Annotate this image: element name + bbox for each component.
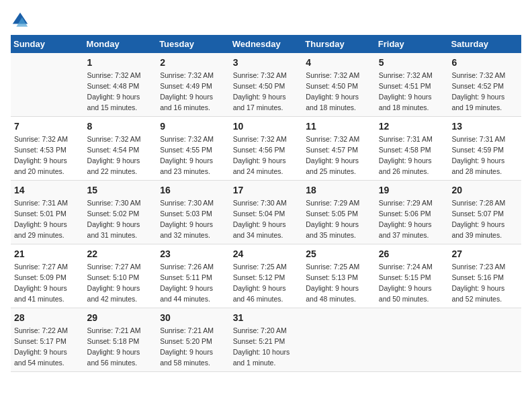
calendar-cell-w1-d2: 1Sunrise: 7:32 AMSunset: 4:48 PMDaylight…: [84, 53, 157, 117]
daylight-info: Daylight: 9 hours and 42 minutes.: [87, 284, 140, 303]
daylight-info: Daylight: 9 hours and 16 minutes.: [160, 93, 213, 111]
sunrise-info: Sunrise: 7:32 AM: [160, 135, 214, 143]
day-number: 31: [233, 311, 300, 324]
week-row-2: 7Sunrise: 7:32 AMSunset: 4:53 PMDaylight…: [11, 117, 521, 181]
sunset-info: Sunset: 5:20 PM: [160, 337, 212, 345]
day-number: 22: [87, 247, 154, 261]
sunset-info: Sunset: 4:50 PM: [233, 82, 285, 90]
calendar-cell-w5-d7: [448, 308, 521, 372]
calendar-cell-w2-d5: 11Sunrise: 7:32 AMSunset: 4:57 PMDayligh…: [302, 117, 375, 181]
sunset-info: Sunset: 4:58 PM: [379, 146, 431, 154]
sunset-info: Sunset: 5:07 PM: [451, 210, 504, 218]
day-number: 9: [160, 120, 226, 133]
sunrise-info: Sunrise: 7:23 AM: [451, 263, 505, 271]
sunrise-info: Sunrise: 7:29 AM: [306, 199, 359, 207]
sunset-info: Sunset: 4:54 PM: [87, 146, 140, 154]
weekday-header-saturday: Saturday: [448, 35, 521, 53]
calendar-cell-w5-d2: 29Sunrise: 7:21 AMSunset: 5:18 PMDayligh…: [84, 308, 157, 372]
sunset-info: Sunset: 5:03 PM: [160, 210, 212, 218]
day-number: 24: [233, 247, 300, 261]
calendar-cell-w3-d2: 15Sunrise: 7:30 AMSunset: 5:02 PMDayligh…: [84, 181, 157, 244]
daylight-info: Daylight: 9 hours and 32 minutes.: [160, 220, 213, 239]
sunrise-info: Sunrise: 7:32 AM: [87, 135, 141, 143]
weekday-header-wednesday: Wednesday: [230, 35, 303, 53]
day-number: 5: [379, 56, 445, 69]
daylight-info: Daylight: 9 hours and 58 minutes.: [160, 348, 213, 367]
day-number: 27: [451, 247, 518, 261]
sunrise-info: Sunrise: 7:32 AM: [87, 71, 141, 79]
calendar-cell-w1-d4: 3Sunrise: 7:32 AMSunset: 4:50 PMDaylight…: [230, 53, 303, 117]
sunset-info: Sunset: 5:10 PM: [87, 273, 140, 281]
weekday-header-friday: Friday: [375, 35, 449, 53]
calendar-cell-w5-d1: 28Sunrise: 7:22 AMSunset: 5:17 PMDayligh…: [11, 308, 84, 372]
sunset-info: Sunset: 4:52 PM: [451, 82, 504, 90]
week-row-5: 28Sunrise: 7:22 AMSunset: 5:17 PMDayligh…: [11, 308, 521, 372]
daylight-info: Daylight: 9 hours and 18 minutes.: [306, 93, 359, 111]
sunrise-info: Sunrise: 7:29 AM: [379, 199, 433, 207]
sunrise-info: Sunrise: 7:20 AM: [233, 326, 287, 334]
sunset-info: Sunset: 5:04 PM: [233, 210, 285, 218]
daylight-info: Daylight: 10 hours and 1 minute.: [233, 348, 290, 367]
calendar-cell-w2-d6: 12Sunrise: 7:31 AMSunset: 4:58 PMDayligh…: [375, 117, 449, 181]
day-number: 18: [306, 183, 372, 197]
sunrise-info: Sunrise: 7:32 AM: [379, 71, 433, 79]
daylight-info: Daylight: 9 hours and 25 minutes.: [306, 156, 359, 175]
daylight-info: Daylight: 9 hours and 31 minutes.: [87, 220, 140, 239]
logo: [11, 11, 32, 30]
day-number: 29: [87, 311, 154, 324]
day-number: 2: [160, 56, 226, 69]
daylight-info: Daylight: 9 hours and 22 minutes.: [87, 156, 140, 175]
sunrise-info: Sunrise: 7:32 AM: [160, 71, 214, 79]
day-number: 16: [160, 183, 226, 197]
day-number: 1: [87, 56, 154, 69]
sunrise-info: Sunrise: 7:32 AM: [233, 135, 287, 143]
calendar-cell-w4-d5: 25Sunrise: 7:25 AMSunset: 5:13 PMDayligh…: [302, 244, 375, 308]
sunrise-info: Sunrise: 7:31 AM: [14, 199, 68, 207]
daylight-info: Daylight: 9 hours and 17 minutes.: [233, 93, 286, 111]
daylight-info: Daylight: 9 hours and 34 minutes.: [233, 220, 286, 239]
calendar-cell-w4-d3: 23Sunrise: 7:26 AMSunset: 5:11 PMDayligh…: [157, 244, 230, 308]
daylight-info: Daylight: 9 hours and 39 minutes.: [451, 220, 504, 239]
calendar-cell-w4-d6: 26Sunrise: 7:24 AMSunset: 5:15 PMDayligh…: [375, 244, 449, 308]
sunset-info: Sunset: 4:56 PM: [233, 146, 285, 154]
daylight-info: Daylight: 9 hours and 50 minutes.: [379, 284, 432, 303]
daylight-info: Daylight: 9 hours and 35 minutes.: [306, 220, 359, 239]
page-header: [11, 11, 521, 30]
daylight-info: Daylight: 9 hours and 56 minutes.: [87, 348, 140, 367]
sunrise-info: Sunrise: 7:21 AM: [160, 326, 214, 334]
daylight-info: Daylight: 9 hours and 28 minutes.: [451, 156, 504, 175]
sunrise-info: Sunrise: 7:24 AM: [379, 263, 433, 271]
sunset-info: Sunset: 5:11 PM: [160, 273, 212, 281]
daylight-info: Daylight: 9 hours and 23 minutes.: [160, 156, 213, 175]
sunrise-info: Sunrise: 7:25 AM: [233, 263, 287, 271]
sunrise-info: Sunrise: 7:30 AM: [233, 199, 287, 207]
day-number: 25: [306, 247, 372, 261]
daylight-info: Daylight: 9 hours and 37 minutes.: [379, 220, 432, 239]
sunset-info: Sunset: 5:09 PM: [14, 273, 66, 281]
sunset-info: Sunset: 4:49 PM: [160, 82, 212, 90]
calendar-cell-w5-d3: 30Sunrise: 7:21 AMSunset: 5:20 PMDayligh…: [157, 308, 230, 372]
sunrise-info: Sunrise: 7:32 AM: [306, 135, 359, 143]
day-number: 30: [160, 311, 226, 324]
day-number: 21: [14, 247, 81, 261]
weekday-header-thursday: Thursday: [302, 35, 375, 53]
sunrise-info: Sunrise: 7:27 AM: [87, 263, 141, 271]
calendar-cell-w1-d1: [11, 53, 84, 117]
calendar-cell-w3-d1: 14Sunrise: 7:31 AMSunset: 5:01 PMDayligh…: [11, 181, 84, 244]
daylight-info: Daylight: 9 hours and 24 minutes.: [233, 156, 286, 175]
day-number: 3: [233, 56, 300, 69]
calendar-cell-w2-d2: 8Sunrise: 7:32 AMSunset: 4:54 PMDaylight…: [84, 117, 157, 181]
calendar-cell-w4-d1: 21Sunrise: 7:27 AMSunset: 5:09 PMDayligh…: [11, 244, 84, 308]
day-number: 11: [306, 120, 372, 133]
sunrise-info: Sunrise: 7:32 AM: [451, 71, 505, 79]
sunset-info: Sunset: 5:13 PM: [306, 273, 358, 281]
sunset-info: Sunset: 4:55 PM: [160, 146, 212, 154]
sunset-info: Sunset: 4:59 PM: [451, 146, 504, 154]
day-number: 17: [233, 183, 300, 197]
daylight-info: Daylight: 9 hours and 15 minutes.: [87, 93, 140, 111]
sunset-info: Sunset: 4:48 PM: [87, 82, 140, 90]
sunrise-info: Sunrise: 7:30 AM: [160, 199, 214, 207]
daylight-info: Daylight: 9 hours and 52 minutes.: [451, 284, 504, 303]
daylight-info: Daylight: 9 hours and 26 minutes.: [379, 156, 432, 175]
sunset-info: Sunset: 4:57 PM: [306, 146, 358, 154]
